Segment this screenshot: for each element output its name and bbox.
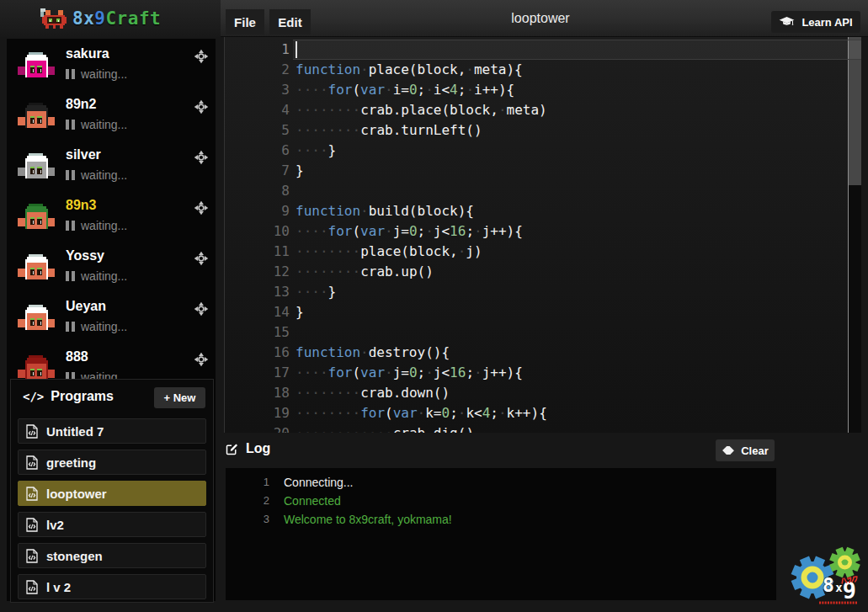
player-avatar xyxy=(18,153,55,178)
code-token: 16 xyxy=(450,223,466,239)
code-token: } xyxy=(296,162,304,178)
whitespace-dot: · xyxy=(312,122,320,138)
player-name: sakura xyxy=(66,46,109,61)
code-line: 4········crab.place(block,·meta) xyxy=(225,100,861,120)
code-editor[interactable]: 12function·place(block,·meta){3····for(v… xyxy=(224,37,861,433)
whitespace-dot: · xyxy=(328,122,337,138)
whitespace-dot: · xyxy=(296,405,304,421)
crosshair-icon[interactable] xyxy=(194,301,209,317)
player-row[interactable]: 89n2waiting... xyxy=(7,89,216,140)
clear-log-button[interactable]: Clear xyxy=(716,439,775,461)
log-header: Log xyxy=(226,441,270,456)
scrollbar-thumb[interactable] xyxy=(849,37,861,185)
line-number: 8 xyxy=(225,181,290,201)
program-item[interactable]: Untitled 7 xyxy=(18,418,206,444)
whitespace-dot: · xyxy=(304,82,312,98)
svg-text:8: 8 xyxy=(823,574,834,596)
new-program-button[interactable]: + New xyxy=(154,387,205,408)
8x9-hack-logo: 8x9 xyxy=(791,546,868,612)
player-row[interactable]: Yossywaiting... xyxy=(7,241,216,291)
code-token: ·j= xyxy=(385,365,409,381)
player-avatar xyxy=(18,305,55,330)
player-row[interactable]: silverwaiting... xyxy=(7,140,216,190)
menu-edit[interactable]: Edit xyxy=(269,9,311,35)
whitespace-dot: · xyxy=(418,405,426,421)
line-number: 14 xyxy=(225,302,290,322)
code-line: 16function·destroy(){ xyxy=(225,343,861,363)
whitespace-dot: · xyxy=(336,122,344,138)
player-row[interactable]: Ueyanwaiting... xyxy=(7,291,216,342)
player-status: waiting... xyxy=(66,67,127,81)
learn-api-label: Learn API xyxy=(801,16,852,29)
whitespace-dot: · xyxy=(296,425,304,433)
code-token: ····} xyxy=(296,142,336,158)
player-row[interactable]: sakurawaiting... xyxy=(7,39,216,89)
line-number: 4 xyxy=(225,100,290,120)
code-token: for xyxy=(328,223,353,239)
program-item-selected[interactable]: looptower xyxy=(18,481,206,506)
code-token: var xyxy=(393,405,418,421)
whitespace-dot: · xyxy=(312,425,320,433)
whitespace-dot: · xyxy=(385,365,393,381)
graduation-cap-icon xyxy=(779,16,795,28)
whitespace-dot: · xyxy=(336,263,344,279)
program-item[interactable]: lv2 xyxy=(18,512,206,537)
whitespace-dot: · xyxy=(352,102,360,118)
code-token: for xyxy=(328,82,353,98)
program-list: Untitled 7greetinglooptowerlv2stonegenl … xyxy=(18,418,206,605)
log-line-text: Connected xyxy=(269,492,341,510)
whitespace-dot: · xyxy=(385,425,393,433)
crosshair-icon[interactable] xyxy=(194,49,209,64)
whitespace-dot: · xyxy=(320,82,328,98)
line-number: 5 xyxy=(225,120,290,141)
code-text: ····for(var·i=0;·i<4;·i++){ xyxy=(290,80,514,100)
player-name: Ueyan xyxy=(66,299,106,314)
log-line-text: Welcome to 8x9craft, yokmama! xyxy=(269,510,452,529)
whitespace-dot: · xyxy=(369,425,377,433)
menu-file[interactable]: File xyxy=(226,9,264,35)
line-number: 7 xyxy=(225,161,290,181)
code-token: ( xyxy=(385,405,393,421)
crosshair-icon[interactable] xyxy=(194,99,209,114)
code-token: ;·j< xyxy=(418,223,450,239)
whitespace-dot: · xyxy=(304,102,312,118)
code-text: function·place(block,·meta){ xyxy=(290,60,523,80)
crosshair-icon[interactable] xyxy=(194,200,209,216)
line-number: 11 xyxy=(225,242,290,262)
editor-cursor xyxy=(296,41,297,58)
whitespace-dot: · xyxy=(474,223,482,239)
editor-rows: 12function·place(block,·meta){3····for(v… xyxy=(225,40,861,433)
code-token: ·place(block,·meta){ xyxy=(360,61,523,77)
whitespace-dot: · xyxy=(304,284,312,300)
line-number: 18 xyxy=(225,383,290,403)
eraser-icon xyxy=(722,445,735,455)
log-header-label: Log xyxy=(246,441,270,456)
code-text: function·destroy(){ xyxy=(290,343,450,363)
whitespace-dot: · xyxy=(352,425,360,433)
whitespace-dot: · xyxy=(352,405,360,421)
program-item[interactable]: stonegen xyxy=(18,543,206,568)
program-item[interactable]: greeting xyxy=(18,450,206,475)
crosshair-icon[interactable] xyxy=(194,150,209,165)
whitespace-dot: · xyxy=(458,405,466,421)
whitespace-dot: · xyxy=(360,344,369,360)
whitespace-dot: · xyxy=(336,102,344,118)
whitespace-dot: · xyxy=(498,102,507,118)
crosshair-icon[interactable] xyxy=(194,352,209,367)
code-token: 4 xyxy=(482,405,491,421)
whitespace-dot: · xyxy=(336,405,344,421)
whitespace-dot: · xyxy=(352,243,360,259)
crosshair-icon[interactable] xyxy=(194,251,209,266)
player-row[interactable]: 89n3waiting... xyxy=(7,190,216,241)
whitespace-dot: · xyxy=(328,102,337,118)
learn-api-button[interactable]: Learn API xyxy=(771,11,860,33)
editor-scrollbar[interactable] xyxy=(848,37,861,433)
program-item[interactable]: l v 2 xyxy=(18,574,206,599)
log-line: 3Welcome to 8x9craft, yokmama! xyxy=(226,510,776,529)
program-name: lv2 xyxy=(46,518,64,532)
code-token: ········ xyxy=(296,405,360,421)
code-token: } xyxy=(296,304,304,320)
whitespace-dot: · xyxy=(304,142,312,158)
file-code-icon xyxy=(26,424,38,439)
whitespace-dot: · xyxy=(336,385,344,401)
